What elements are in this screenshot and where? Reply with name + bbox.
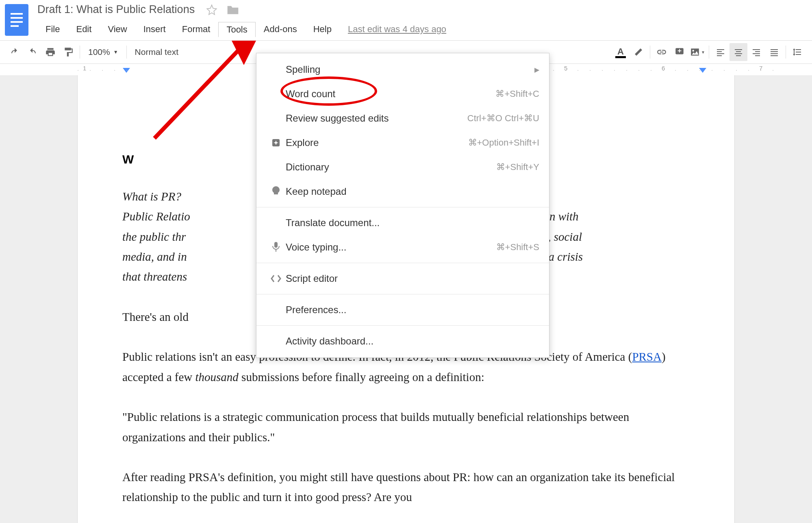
last-edit-link[interactable]: Last edit was 4 days ago	[348, 24, 446, 35]
text-color-button[interactable]: A	[612, 43, 630, 61]
menu-item-spelling[interactable]: Spelling ▶	[256, 57, 549, 82]
zoom-select[interactable]: 100%▼	[83, 47, 124, 57]
menu-item-translate[interactable]: Translate document...	[256, 211, 549, 235]
code-icon	[266, 275, 286, 283]
menu-item-dictionary[interactable]: Dictionary ⌘+Shift+Y	[256, 155, 549, 179]
menu-item-activity-dashboard[interactable]: Activity dashboard...	[256, 329, 549, 353]
line-spacing-button[interactable]	[788, 43, 806, 61]
menubar: File Edit View Insert Format Tools Add-o…	[37, 22, 812, 37]
insert-image-button[interactable]: ▼	[688, 43, 706, 61]
align-justify-button[interactable]	[765, 43, 783, 61]
mic-icon	[266, 242, 286, 253]
svg-rect-1	[11, 13, 23, 15]
menu-view[interactable]: View	[100, 22, 135, 37]
highlight-button[interactable]	[630, 43, 647, 61]
align-center-button[interactable]	[729, 43, 747, 61]
menu-addons[interactable]: Add-ons	[256, 22, 305, 37]
insert-link-button[interactable]	[653, 43, 671, 61]
svg-rect-2	[11, 17, 23, 19]
menu-tools[interactable]: Tools	[218, 22, 255, 37]
menu-item-review-edits[interactable]: Review suggested edits Ctrl+⌘O Ctrl+⌘U	[256, 106, 549, 131]
menu-item-keep-notepad[interactable]: Keep notepad	[256, 179, 549, 204]
paragraph: After reading PRSA's definition, you mig…	[122, 467, 682, 508]
svg-rect-10	[274, 242, 278, 248]
paint-format-button[interactable]	[59, 43, 77, 61]
svg-text:+: +	[677, 47, 682, 54]
print-button[interactable]	[41, 43, 59, 61]
keep-icon	[266, 186, 286, 197]
undo-button[interactable]	[6, 43, 24, 61]
docs-app-icon[interactable]	[5, 4, 28, 36]
explore-icon	[266, 138, 286, 148]
svg-rect-0	[5, 4, 28, 36]
star-icon[interactable]	[206, 4, 217, 15]
submenu-arrow-icon: ▶	[534, 66, 539, 74]
svg-point-8	[693, 50, 694, 52]
menu-file[interactable]: File	[37, 22, 68, 37]
tools-dropdown: Spelling ▶ Word count ⌘+Shift+C Review s…	[256, 53, 549, 358]
ruler-number: 1	[83, 65, 86, 72]
document-title[interactable]: Draft 1: What is Public Relations	[37, 3, 195, 16]
svg-rect-4	[11, 25, 19, 27]
menu-item-voice-typing[interactable]: Voice typing... ⌘+Shift+S	[256, 235, 549, 259]
menu-format[interactable]: Format	[174, 22, 219, 37]
insert-comment-button[interactable]: +	[671, 43, 688, 61]
folder-icon[interactable]	[226, 4, 239, 15]
menu-help[interactable]: Help	[305, 22, 340, 37]
menu-item-script-editor[interactable]: Script editor	[256, 266, 549, 291]
redo-button[interactable]	[24, 43, 41, 61]
menu-item-preferences[interactable]: Preferences...	[256, 298, 549, 322]
menu-edit[interactable]: Edit	[68, 22, 100, 37]
paragraph-style-select[interactable]: Normal text	[129, 47, 184, 57]
align-right-button[interactable]	[747, 43, 765, 61]
menu-item-word-count[interactable]: Word count ⌘+Shift+C	[256, 82, 549, 106]
svg-rect-3	[11, 21, 23, 23]
menu-item-explore[interactable]: Explore ⌘+Option+Shift+I	[256, 131, 549, 155]
paragraph: "Public relations is a strategic communi…	[122, 407, 682, 447]
align-left-button[interactable]	[712, 43, 729, 61]
menu-insert[interactable]: Insert	[135, 22, 174, 37]
prsa-link[interactable]: PRSA	[632, 350, 662, 363]
